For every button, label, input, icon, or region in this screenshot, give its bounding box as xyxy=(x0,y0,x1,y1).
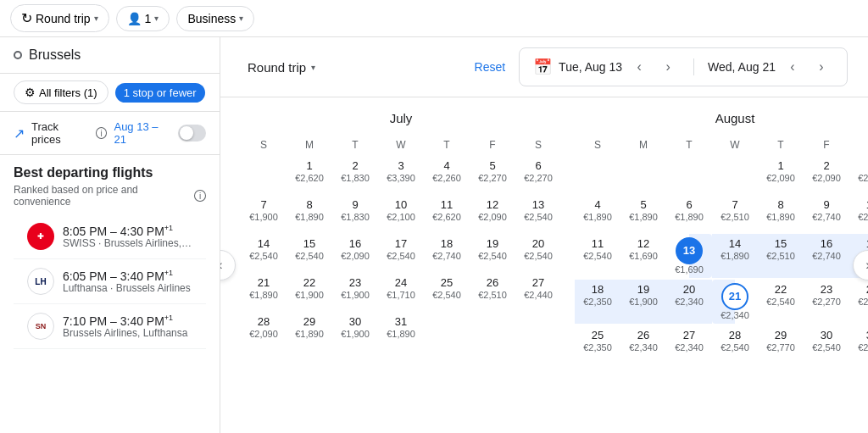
cal-cell[interactable]: 3€2,750 xyxy=(849,156,868,193)
cal-cell[interactable]: 25€2,350 xyxy=(575,325,620,363)
cal-cell[interactable]: 29€2,770 xyxy=(758,325,804,363)
cal-cell[interactable]: 22€2,540 xyxy=(758,280,804,324)
cal-cell[interactable]: 15€2,510 xyxy=(758,234,804,278)
cal-cell[interactable]: 8€1,890 xyxy=(287,195,332,232)
info-icon2[interactable]: i xyxy=(194,190,206,202)
cal-price: €2,740 xyxy=(858,297,868,307)
cal-cell[interactable]: 20€2,340 xyxy=(666,280,712,324)
cal-cell[interactable]: 25€2,540 xyxy=(424,273,470,310)
cal-day-number: 17 xyxy=(395,237,407,251)
cal-day-number: 6 xyxy=(535,159,541,173)
flight-item[interactable]: LH 6:05 PM – 3:40 PM+1 Lufthansa · Bruss… xyxy=(14,259,206,304)
cal-cell[interactable]: 18€2,740 xyxy=(424,234,470,271)
cal-day-number: 14 xyxy=(258,237,270,251)
info-icon[interactable]: i xyxy=(96,127,108,139)
track-toggle[interactable] xyxy=(178,125,206,142)
ret-next-button[interactable]: › xyxy=(810,55,833,79)
cal-cell[interactable]: 30€1,900 xyxy=(332,312,378,349)
cal-cell[interactable]: 2€1,830 xyxy=(332,156,378,193)
cal-day-number: 5 xyxy=(489,159,495,173)
cal-cell[interactable]: 9€2,740 xyxy=(804,195,849,232)
cal-cell[interactable]: 18€2,350 xyxy=(575,280,620,324)
cal-cell[interactable]: 5€1,890 xyxy=(620,195,666,232)
cal-price: €1,890 xyxy=(295,329,324,339)
cal-cell[interactable]: 23€1,900 xyxy=(332,273,378,310)
cal-cell[interactable]: 27€2,340 xyxy=(666,325,712,363)
cal-cell[interactable]: 28€2,540 xyxy=(712,325,758,363)
july-cal-grid: SMTWTFS1€2,6202€1,8303€3,3904€2,2605€2,2… xyxy=(241,136,561,349)
cal-cell[interactable]: 16€2,090 xyxy=(332,234,378,271)
cal-cell[interactable]: 17€2,540 xyxy=(378,234,424,271)
cal-cell[interactable]: 26€2,340 xyxy=(620,325,666,363)
round-trip-button[interactable]: ↻ Round trip ▾ xyxy=(10,4,109,32)
cal-cell[interactable]: 14€2,540 xyxy=(241,234,287,271)
all-filters-label: All filters (1) xyxy=(39,86,97,99)
cal-cell[interactable]: 19€2,540 xyxy=(470,234,515,271)
cal-cell[interactable]: 11€2,620 xyxy=(424,195,470,232)
cal-day-number: 15 xyxy=(303,237,315,251)
cal-cell[interactable]: 7€2,510 xyxy=(712,195,758,232)
cal-cell[interactable]: 9€1,830 xyxy=(332,195,378,232)
cal-cell[interactable]: 15€2,540 xyxy=(287,234,332,271)
ret-prev-button[interactable]: ‹ xyxy=(781,55,804,79)
cal-price: €1,890 xyxy=(249,290,278,300)
cal-cell[interactable]: 26€2,510 xyxy=(470,273,515,310)
cal-day-number: 2 xyxy=(823,159,829,173)
chevron-down-icon4: ▾ xyxy=(311,63,315,72)
calendar-prev-button[interactable]: ‹ xyxy=(220,250,236,280)
cal-cell[interactable]: 3€3,390 xyxy=(378,156,424,193)
cal-cell[interactable]: 11€2,540 xyxy=(575,234,620,278)
cal-cell[interactable]: 19€1,900 xyxy=(620,280,666,324)
reset-button[interactable]: Reset xyxy=(475,60,506,74)
flight-item[interactable]: ✚ 8:05 PM – 4:30 PM+1 SWISS · Brussels A… xyxy=(14,214,206,259)
cal-cell[interactable]: 23€2,270 xyxy=(804,280,849,324)
cal-price: €2,090 xyxy=(478,212,507,222)
cal-cell xyxy=(424,312,470,349)
cal-day-number: 14 xyxy=(729,237,741,251)
cal-price: €1,900 xyxy=(249,212,278,222)
cal-cell[interactable]: 13€2,540 xyxy=(515,195,561,232)
cal-cell[interactable]: 31€2,740 xyxy=(849,325,868,363)
cal-cell[interactable]: 4€1,890 xyxy=(575,195,620,232)
trip-type-button[interactable]: Round trip ▾ xyxy=(241,55,322,80)
cal-cell[interactable]: 27€2,440 xyxy=(515,273,561,310)
cal-cell[interactable]: 29€1,890 xyxy=(287,312,332,349)
cal-day-number: 7 xyxy=(732,198,737,212)
cal-cell[interactable]: 10€2,740 xyxy=(849,195,868,232)
cal-cell[interactable]: 1€2,620 xyxy=(287,156,332,193)
cal-cell[interactable]: 6€1,890 xyxy=(666,195,712,232)
search-circle-icon xyxy=(14,51,22,59)
cal-cell[interactable]: 14€1,890 xyxy=(712,234,758,278)
cal-cell[interactable]: 4€2,260 xyxy=(424,156,470,193)
cal-cell[interactable]: 24€2,740 xyxy=(849,280,868,324)
cal-cell[interactable]: 21€1,890 xyxy=(241,273,287,310)
cal-cell[interactable]: 1€2,090 xyxy=(758,156,804,193)
flight-item[interactable]: SN 7:10 PM – 3:40 PM+1 Brussels Airlines… xyxy=(14,304,206,349)
cal-cell[interactable]: 21€2,340 xyxy=(712,280,758,324)
cal-cell[interactable]: 16€2,740 xyxy=(804,234,849,278)
cal-cell[interactable]: 20€2,540 xyxy=(515,234,561,271)
cal-cell[interactable]: 6€2,270 xyxy=(515,156,561,193)
cal-cell[interactable]: 8€1,890 xyxy=(758,195,804,232)
cal-cell[interactable]: 2€2,090 xyxy=(804,156,849,193)
cal-cell[interactable]: 10€2,100 xyxy=(378,195,424,232)
cal-price: €2,540 xyxy=(583,251,612,261)
cal-cell[interactable]: 5€2,270 xyxy=(470,156,515,193)
cal-cell[interactable]: 31€1,890 xyxy=(378,312,424,349)
cal-cell[interactable]: 12€1,690 xyxy=(620,234,666,278)
all-filters-button[interactable]: ⚙ All filters (1) xyxy=(14,80,108,104)
dep-next-button[interactable]: › xyxy=(656,55,680,79)
cal-day-number: 20 xyxy=(532,237,544,251)
passengers-button[interactable]: 👤 1 ▾ xyxy=(116,6,170,31)
cal-cell[interactable]: 24€1,710 xyxy=(378,273,424,310)
cal-cell[interactable]: 28€2,090 xyxy=(241,312,287,349)
cal-price: €1,690 xyxy=(675,264,704,275)
cal-cell[interactable]: 12€2,090 xyxy=(470,195,515,232)
class-button[interactable]: Business ▾ xyxy=(176,6,254,31)
cal-cell[interactable]: 7€1,900 xyxy=(241,195,287,232)
cal-cell[interactable]: 22€1,900 xyxy=(287,273,332,310)
dep-prev-button[interactable]: ‹ xyxy=(627,55,651,79)
cal-cell[interactable]: 13€1,690 xyxy=(666,234,712,278)
cal-cell[interactable]: 30€2,540 xyxy=(804,325,849,363)
cal-day-number: 12 xyxy=(637,237,649,251)
